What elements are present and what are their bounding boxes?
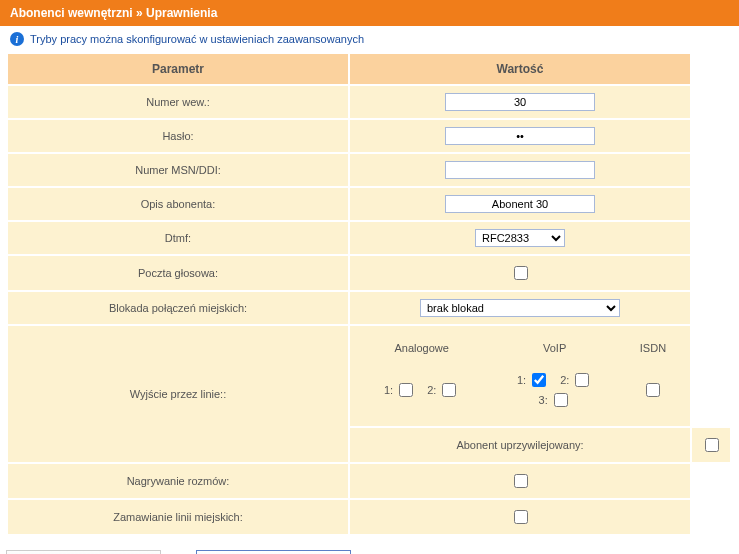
cancel-button[interactable]: Anuluj (196, 550, 351, 554)
line-type-isdn: ISDN (626, 335, 680, 361)
label-vmail: Poczta głosowa: (8, 256, 348, 290)
analog-2-label: 2: (427, 384, 436, 396)
col-header-param: Parametr (8, 54, 348, 84)
vmail-checkbox[interactable] (514, 266, 528, 280)
analog-1-label: 1: (384, 384, 393, 396)
label-order: Zamawianie linii miejskich: (8, 500, 348, 534)
footer-actions: Zapisz lub Anuluj (0, 536, 739, 554)
isdn-checkbox[interactable] (646, 383, 660, 397)
order-checkbox[interactable] (514, 510, 528, 524)
label-ext: Numer wew.: (8, 86, 348, 118)
voip-1-label: 1: (517, 374, 526, 386)
dtmf-select[interactable]: RFC2833 (475, 229, 565, 247)
ext-input[interactable] (445, 93, 595, 111)
voip-2-checkbox[interactable] (575, 373, 589, 387)
voip-1-checkbox[interactable] (532, 373, 546, 387)
voip-2-label: 2: (560, 374, 569, 386)
line-type-voip: VoIP (485, 335, 624, 361)
rec-checkbox[interactable] (514, 474, 528, 488)
label-dtmf: Dtmf: (8, 222, 348, 254)
params-table: Parametr Wartość Numer wew.: Hasło: Nume… (6, 52, 732, 536)
col-header-value: Wartość (350, 54, 690, 84)
priv-checkbox[interactable] (705, 438, 719, 452)
info-text: Tryby pracy można skonfigurować w ustawi… (30, 33, 364, 45)
info-icon: i (10, 32, 24, 46)
label-lines: Wyjście przez linie:: (8, 326, 348, 462)
voip-3-label: 3: (539, 394, 548, 406)
block-select[interactable]: brak blokad (420, 299, 620, 317)
pass-input[interactable] (445, 127, 595, 145)
analog-1-checkbox[interactable] (399, 383, 413, 397)
line-type-analog: Analogowe (360, 335, 483, 361)
label-priv: Abonent uprzywilejowany: (350, 428, 690, 462)
label-msn: Numer MSN/DDI: (8, 154, 348, 186)
desc-input[interactable] (445, 195, 595, 213)
label-desc: Opis abonenta: (8, 188, 348, 220)
info-bar: i Tryby pracy można skonfigurować w usta… (0, 26, 739, 52)
msn-input[interactable] (445, 161, 595, 179)
label-pass: Hasło: (8, 120, 348, 152)
analog-2-checkbox[interactable] (442, 383, 456, 397)
breadcrumb: Abonenci wewnętrzni » Uprawnienia (0, 0, 739, 26)
voip-3-checkbox[interactable] (554, 393, 568, 407)
label-rec: Nagrywanie rozmów: (8, 464, 348, 498)
breadcrumb-text: Abonenci wewnętrzni » Uprawnienia (10, 6, 217, 20)
save-button[interactable]: Zapisz (6, 550, 161, 554)
label-block: Blokada połączeń miejskich: (8, 292, 348, 324)
